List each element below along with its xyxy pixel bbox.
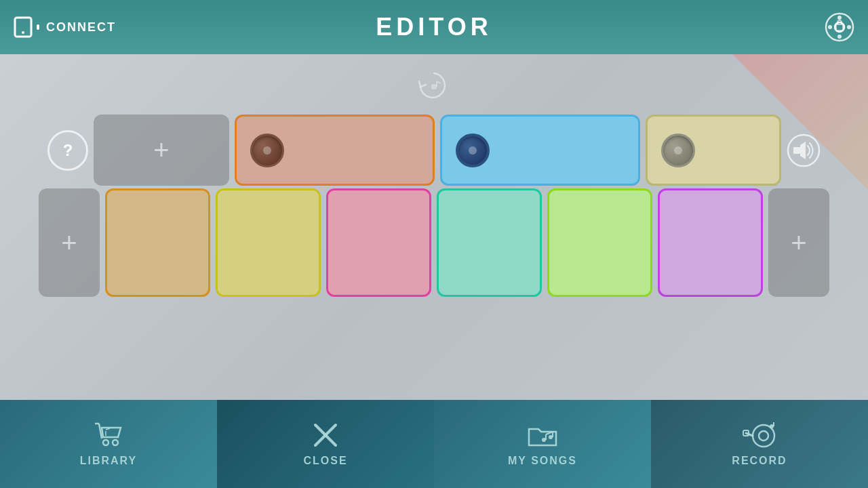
add-pad-right[interactable]: + (768, 188, 829, 297)
close-x-icon (311, 421, 340, 449)
pad-green[interactable] (547, 188, 652, 297)
close-label: CLOSE (303, 455, 347, 467)
pad-orange[interactable] (105, 188, 210, 297)
refresh-icon (414, 68, 454, 105)
knob-inner (263, 146, 271, 155)
bottom-nav: LIBRARY CLOSE MY SONGS (0, 400, 868, 488)
nav-my-songs[interactable]: MY SONGS (434, 400, 651, 488)
pad-pink[interactable] (326, 188, 431, 297)
settings-icon (825, 12, 854, 42)
header-left: CONNECT (14, 16, 116, 38)
connect-label[interactable]: CONNECT (46, 20, 116, 35)
knob-blue (456, 134, 490, 167)
svg-point-37 (759, 431, 768, 441)
nav-close[interactable]: CLOSE (217, 400, 434, 488)
nav-library[interactable]: LIBRARY (0, 400, 217, 488)
svg-point-18 (431, 84, 437, 89)
help-icon: ? (63, 141, 73, 160)
pad-cream[interactable] (646, 115, 781, 186)
settings-button[interactable] (825, 12, 854, 42)
main-content: ? + (0, 54, 868, 400)
add-pad-left[interactable]: + (39, 188, 100, 297)
pad-row-1: ? + (47, 115, 821, 186)
library-icon (92, 421, 125, 449)
pad-yellow[interactable] (216, 188, 321, 297)
svg-point-26 (113, 440, 118, 445)
help-button[interactable]: ? (47, 130, 88, 171)
svg-point-14 (837, 35, 842, 39)
svg-point-13 (837, 16, 842, 20)
svg-line-24 (99, 424, 102, 439)
knob-inner (469, 146, 477, 155)
svg-point-9 (22, 31, 24, 34)
add-pad-large[interactable]: + (94, 115, 229, 186)
library-label: LIBRARY (80, 455, 138, 467)
knob-inner (674, 146, 682, 155)
svg-point-15 (828, 25, 832, 29)
pad-teal[interactable] (437, 188, 542, 297)
record-label: RECORD (732, 455, 787, 467)
knob-gray (661, 134, 695, 167)
my-songs-icon (526, 421, 559, 449)
header: CONNECT EDITOR (0, 0, 868, 54)
refresh-icon-container[interactable] (414, 68, 454, 108)
svg-point-16 (847, 25, 851, 29)
my-songs-label: MY SONGS (508, 455, 577, 467)
pad-peach[interactable] (235, 115, 435, 186)
svg-point-25 (103, 440, 108, 445)
plus-icon: + (153, 135, 169, 165)
volume-icon (787, 134, 821, 167)
header-title: EDITOR (376, 13, 492, 41)
nav-record[interactable]: RECORD (651, 400, 868, 488)
pad-purple[interactable] (658, 188, 763, 297)
plus-icon-right: + (791, 228, 806, 258)
phone-icon (14, 16, 41, 38)
record-icon (742, 421, 777, 449)
svg-line-28 (106, 428, 110, 430)
pad-blue[interactable] (440, 115, 640, 186)
pad-row-2: + + (39, 188, 829, 297)
svg-rect-10 (37, 24, 39, 30)
svg-rect-22 (793, 147, 800, 154)
knob-brown (250, 134, 284, 167)
volume-button[interactable] (787, 134, 821, 167)
plus-icon-left: + (61, 228, 77, 258)
svg-rect-17 (836, 24, 843, 30)
